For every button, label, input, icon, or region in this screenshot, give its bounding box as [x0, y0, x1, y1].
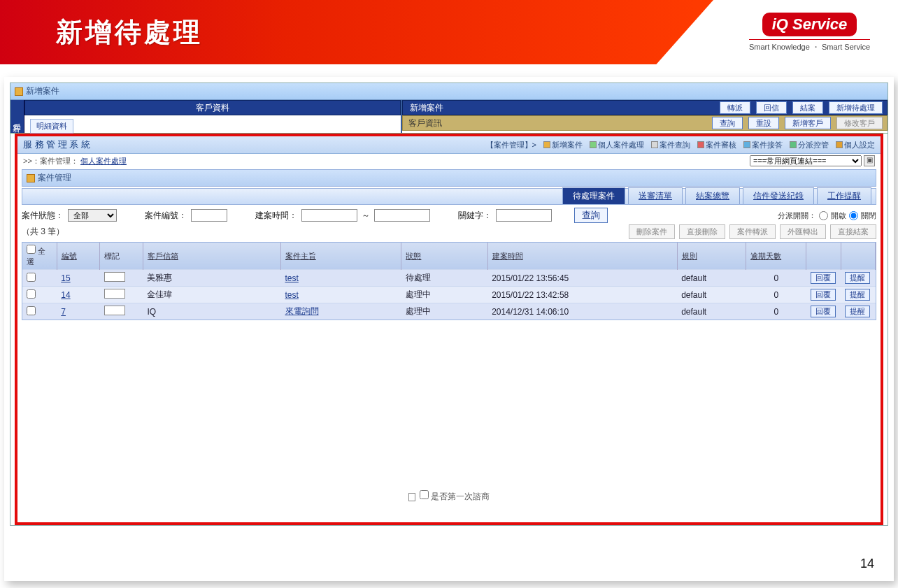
row-subject-link[interactable]: test: [285, 273, 299, 283]
slide-body: 新增案件 客戶 客戶資料 明細資料 新增案件 轉派 回信 結案: [4, 77, 894, 581]
close-button[interactable]: 結案: [792, 101, 823, 114]
add-pending-button[interactable]: 新增待處理: [829, 101, 883, 114]
status-select[interactable]: 全部: [68, 209, 117, 222]
tab-closed[interactable]: 結案總覽: [685, 187, 740, 204]
direct-delete-button[interactable]: 直接刪除: [679, 224, 725, 239]
query-button[interactable]: 查詢: [712, 117, 743, 129]
row-tag[interactable]: [104, 289, 125, 299]
row-checkbox[interactable]: [27, 273, 36, 282]
table-row: 14 金佳瑋 test 處理中 2015/01/22 13:42:58 defa…: [22, 287, 876, 303]
row-no-link[interactable]: 14: [61, 290, 70, 300]
dispatch-switch: 分派開關： 開啟 關閉: [778, 210, 876, 221]
row-reply-button[interactable]: 回覆: [811, 306, 836, 317]
link-dispatch[interactable]: 分派控管: [790, 140, 829, 150]
footer-note: 是否第一次諮商: [10, 490, 888, 503]
doc-icon: [590, 141, 597, 148]
row-checkbox[interactable]: [27, 289, 36, 299]
tab-review[interactable]: 送審清單: [628, 187, 683, 204]
case-transfer-button[interactable]: 案件轉派: [729, 224, 776, 239]
review-icon: [697, 141, 704, 148]
tree-icon: [790, 141, 797, 148]
row-reply-button[interactable]: 回覆: [811, 289, 836, 301]
slide-banner: 新增待處理 iQ Service Smart Knowledge ・ Smart…: [0, 0, 898, 64]
dispatch-on-label: 開啟: [831, 210, 846, 221]
filter-row: 案件狀態： 全部 案件編號： 建案時間： ～ 關鍵字： 查詢 分派開關：: [22, 208, 876, 223]
top-left-panel: 客戶資料 明細資料: [24, 100, 402, 133]
link-case-query[interactable]: 案件查詢: [651, 140, 690, 150]
gear-icon: [836, 141, 843, 148]
row-remind-button[interactable]: 提醒: [845, 289, 870, 301]
delete-case-button[interactable]: 刪除案件: [629, 224, 675, 239]
row-remind-button[interactable]: 提醒: [845, 306, 870, 317]
case-action-buttons: 轉派 回信 結案 新增待處理: [720, 101, 883, 114]
export-button[interactable]: 外匯轉出: [780, 224, 826, 239]
row-remind-button[interactable]: 提醒: [845, 272, 870, 284]
dispatch-on-radio[interactable]: [819, 211, 828, 220]
direct-close-button[interactable]: 直接結案: [830, 224, 876, 239]
quicklinks-select[interactable]: ===常用網頁連結===: [750, 155, 862, 166]
link-settings[interactable]: 個人設定: [836, 140, 875, 150]
top-right-panel: 新增案件 轉派 回信 結案 新增待處理 客戶資訊 查詢 重設 新增客戶 修改客戶: [402, 100, 888, 133]
row-no-link[interactable]: 7: [61, 307, 66, 317]
row-checkbox[interactable]: [27, 306, 36, 315]
reply-button[interactable]: 回信: [756, 101, 787, 114]
row-no-link[interactable]: 15: [61, 273, 70, 283]
row-subject-link[interactable]: test: [285, 290, 299, 300]
lock-icon: [408, 493, 415, 501]
dispatch-label: 分派開關：: [778, 210, 816, 221]
top-grid: 客戶 客戶資料 明細資料 新增案件 轉派 回信 結案 新增待處理: [10, 100, 888, 134]
col-overdue[interactable]: 逾期天數: [746, 243, 806, 270]
batch-buttons: 刪除案件 直接刪除 案件轉派 外匯轉出 直接結案: [629, 224, 876, 239]
table-row: 15 美雅惠 test 待處理 2015/01/22 13:56:45 defa…: [22, 270, 876, 287]
reset-button[interactable]: 重設: [748, 117, 779, 129]
filter-query-button[interactable]: 查詢: [574, 208, 608, 223]
row-reply-button[interactable]: 回覆: [811, 272, 836, 284]
col-subject[interactable]: 案件主旨: [281, 243, 401, 270]
keyword-input[interactable]: [496, 209, 552, 222]
row-tag[interactable]: [104, 272, 125, 282]
link-case-answer[interactable]: 案件接答: [743, 140, 783, 150]
tab-pending[interactable]: 待處理案件: [562, 187, 625, 204]
date-sep: ～: [362, 210, 370, 222]
link-personal-case[interactable]: 個人案件處理: [590, 140, 644, 150]
row-created: 2015/01/22 13:42:58: [487, 287, 677, 303]
add-customer-button[interactable]: 新增客戶: [785, 117, 831, 129]
row-created: 2014/12/31 14:06:10: [487, 303, 677, 320]
row-mailbox: 美雅惠: [143, 270, 280, 287]
date-from-input[interactable]: [301, 209, 357, 222]
module-links: 【案件管理】> 新增案件 個人案件處理 案件查詢 案件審核 案件接答 分派控管 …: [486, 140, 875, 150]
go-button[interactable]: ▣: [864, 155, 875, 166]
edit-customer-button[interactable]: 修改客戶: [836, 117, 883, 129]
link-new-case[interactable]: 新增案件: [543, 140, 583, 150]
col-no[interactable]: 編號: [57, 243, 100, 270]
customer-sub-header: 客戶資訊 查詢 重設 新增客戶 修改客戶: [402, 115, 888, 131]
tab-row: 待處理案件 送審清單 結案總覽 信件發送紀錄 工作提醒: [22, 188, 876, 205]
link-case-review[interactable]: 案件審核: [697, 140, 736, 150]
detail-tab-label[interactable]: 明細資料: [30, 119, 73, 134]
section-head-label: 【案件管理】>: [486, 140, 536, 150]
row-overdue: 0: [746, 287, 806, 303]
date-label: 建案時間：: [255, 210, 297, 222]
answer-icon: [743, 141, 750, 148]
dispatch-off-radio[interactable]: [849, 211, 858, 220]
col-status[interactable]: 狀態: [401, 243, 487, 270]
row-status: 處理中: [401, 287, 487, 303]
caseno-input[interactable]: [191, 209, 227, 222]
col-rule[interactable]: 規則: [677, 243, 746, 270]
transfer-button[interactable]: 轉派: [720, 101, 750, 114]
breadcrumb-link[interactable]: 個人案件處理: [80, 157, 127, 165]
col-created[interactable]: 建案時間: [487, 243, 677, 270]
col-mailbox[interactable]: 客戶信箱: [143, 243, 280, 270]
tab-mail-log[interactable]: 信件發送紀錄: [743, 187, 814, 204]
first-consult-checkbox[interactable]: [420, 490, 429, 499]
count-text: （共 3 筆）: [22, 226, 64, 238]
row-subject-link[interactable]: 來電詢問: [285, 306, 319, 316]
caseno-label: 案件編號：: [145, 210, 187, 222]
date-to-input[interactable]: [374, 209, 430, 222]
row-tag[interactable]: [104, 306, 125, 315]
select-all-checkbox[interactable]: [27, 245, 36, 254]
tab-reminder[interactable]: 工作提醒: [817, 187, 871, 204]
brand-logo: iQ Service: [762, 13, 857, 36]
customer-sub-buttons: 查詢 重設 新增客戶 修改客戶: [712, 117, 883, 129]
row-overdue: 0: [746, 303, 806, 320]
